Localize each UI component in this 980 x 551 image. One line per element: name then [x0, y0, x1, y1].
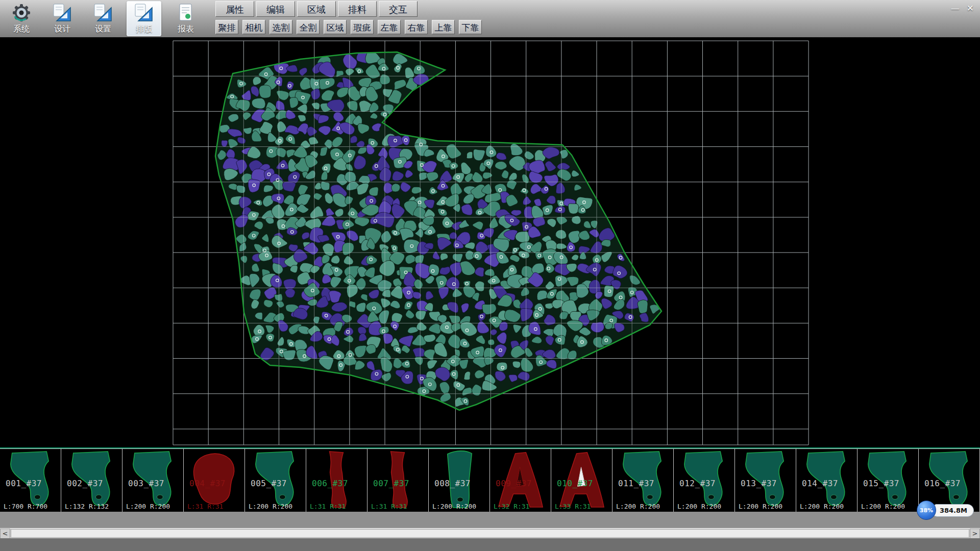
region-button[interactable]: 区域	[324, 20, 347, 34]
piece-lr-label: L:200 R:200	[616, 503, 660, 510]
report-icon	[168, 1, 203, 24]
align-top-button[interactable]: 上靠	[432, 20, 455, 34]
align-bottom-button[interactable]: 下靠	[459, 20, 482, 34]
piece-id-label: 012_#37	[679, 479, 716, 488]
piece-lr-label: L:31 R:31	[187, 503, 223, 510]
piece-id-label: 002_#37	[67, 479, 103, 488]
application-window: 系统 设计	[0, 0, 980, 551]
gear-icon	[4, 1, 39, 24]
tab-region[interactable]: 区域	[297, 1, 336, 17]
piece-lr-label: L:200 R:200	[739, 503, 782, 510]
nesting-canvas[interactable]	[0, 37, 980, 448]
piece-id-label: 011_#37	[618, 479, 654, 488]
piece-thumbnail[interactable]: 009_#37 L:32 R:31	[490, 449, 551, 512]
piece-thumbnail[interactable]: 004_#37 L:31 R:31	[184, 449, 245, 512]
action-toolbar: 聚排 相机 选割 全割 区域 瑕疵 左靠 右靠 上靠 下靠	[215, 20, 482, 34]
piece-thumbnail[interactable]: 011_#37 L:200 R:200	[612, 449, 674, 512]
piece-id-label: 004_#37	[189, 479, 226, 488]
window-controls: — ✕	[951, 3, 974, 14]
toolbar-item-settings[interactable]: 设置	[86, 1, 120, 36]
piece-thumbnail[interactable]: 012_#37 L:200 R:200	[674, 449, 735, 512]
cluster-arrange-button[interactable]: 聚排	[215, 20, 238, 34]
piece-thumbnail[interactable]: 015_#37 L:200 R:200	[857, 449, 919, 512]
piece-id-label: 009_#37	[496, 479, 532, 488]
piece-thumbnail-strip: 001_#37 L:700 R:700 002_#37 L:132 R:132 …	[0, 447, 980, 513]
piece-id-label: 008_#37	[434, 479, 471, 488]
piece-lr-label: L:32 R:31	[494, 503, 529, 510]
progress-circle: 38%	[917, 500, 936, 520]
tab-properties[interactable]: 属性	[215, 1, 254, 17]
piece-id-label: 013_#37	[741, 479, 777, 488]
toolbar-item-report[interactable]: 报表	[168, 1, 203, 36]
piece-id-label: 016_#37	[924, 479, 961, 488]
defect-button[interactable]: 瑕疵	[351, 20, 374, 34]
toolbar-item-label: 设置	[86, 24, 120, 34]
cut-all-button[interactable]: 全割	[297, 20, 320, 34]
piece-lr-label: L:200 R:200	[432, 503, 476, 510]
toolbar-item-layout[interactable]: 排版	[127, 1, 161, 36]
horizontal-scrollbar[interactable]: < >	[0, 528, 980, 538]
memory-indicator: 384.8M	[931, 504, 974, 517]
piece-lr-label: L:33 R:31	[555, 503, 591, 510]
layout-ruler-icon	[127, 1, 161, 24]
tab-interaction[interactable]: 交互	[379, 1, 418, 17]
piece-lr-label: L:200 R:200	[861, 503, 905, 510]
piece-thumbnail[interactable]: 001_#37 L:700 R:700	[0, 449, 61, 512]
piece-lr-label: L:200 R:200	[249, 503, 292, 510]
tab-nesting[interactable]: 排料	[338, 1, 377, 17]
piece-lr-label: L:200 R:200	[126, 503, 170, 510]
piece-thumbnail[interactable]: 013_#37 L:200 R:200	[735, 449, 796, 512]
bottom-gray-band	[0, 512, 980, 528]
piece-thumbnail[interactable]: 010_#37 L:33 R:31	[551, 449, 612, 512]
toolbar-item-design[interactable]: 设计	[45, 1, 80, 36]
piece-id-label: 010_#37	[557, 479, 593, 488]
piece-lr-label: L:31 R:31	[371, 503, 407, 510]
piece-lr-label: L:200 R:200	[677, 503, 721, 510]
align-left-button[interactable]: 左靠	[378, 20, 401, 34]
scrollbar-thumb[interactable]	[11, 529, 969, 538]
toolbar-item-label: 报表	[168, 24, 203, 34]
piece-thumbnail[interactable]: 003_#37 L:200 R:200	[122, 449, 184, 512]
tab-edit[interactable]: 编辑	[256, 1, 295, 17]
camera-button[interactable]: 相机	[242, 20, 265, 34]
piece-thumbnail[interactable]: 002_#37 L:132 R:132	[61, 449, 122, 512]
piece-thumbnail[interactable]: 005_#37 L:200 R:200	[245, 449, 306, 512]
piece-thumbnail[interactable]: 008_#37 L:200 R:200	[429, 449, 490, 512]
menu-tab-bar: 属性 编辑 区域 排料 交互	[215, 1, 418, 17]
piece-lr-label: L:132 R:132	[65, 503, 109, 510]
piece-id-label: 005_#37	[251, 479, 287, 488]
status-badge: 38% 384.8M	[917, 500, 974, 520]
piece-lr-label: L:31 R:31	[310, 503, 346, 510]
piece-thumbnail[interactable]: 006_#37 L:31 R:31	[306, 449, 368, 512]
scroll-left-arrow[interactable]: <	[0, 529, 10, 539]
close-button[interactable]: ✕	[967, 3, 974, 14]
piece-id-label: 015_#37	[863, 479, 899, 488]
toolbar-item-system[interactable]: 系统	[4, 1, 39, 36]
piece-thumbnail[interactable]: 014_#37 L:200 R:200	[796, 449, 857, 512]
piece-thumbnail[interactable]: 007_#37 L:31 R:31	[368, 449, 429, 512]
toolbar-item-label: 系统	[4, 24, 39, 34]
toolbar-item-label: 设计	[45, 24, 80, 34]
minimize-button[interactable]: —	[951, 3, 960, 14]
cut-selected-button[interactable]: 选割	[270, 20, 292, 34]
piece-id-label: 007_#37	[373, 479, 409, 488]
toolbar-item-label: 排版	[127, 24, 161, 34]
piece-id-label: 001_#37	[6, 479, 42, 488]
piece-id-label: 014_#37	[802, 479, 838, 488]
bottom-band	[0, 538, 980, 551]
piece-id-label: 006_#37	[312, 479, 348, 488]
piece-lr-label: L:200 R:200	[800, 503, 844, 510]
scroll-right-arrow[interactable]: >	[970, 529, 980, 539]
piece-id-label: 003_#37	[128, 479, 164, 488]
window-chrome: 系统 设计	[0, 0, 980, 37]
settings-ruler-icon	[86, 1, 120, 24]
align-right-button[interactable]: 右靠	[405, 20, 428, 34]
piece-lr-label: L:700 R:700	[4, 503, 47, 510]
canvas-svg[interactable]	[0, 37, 980, 448]
design-ruler-icon	[45, 1, 80, 24]
